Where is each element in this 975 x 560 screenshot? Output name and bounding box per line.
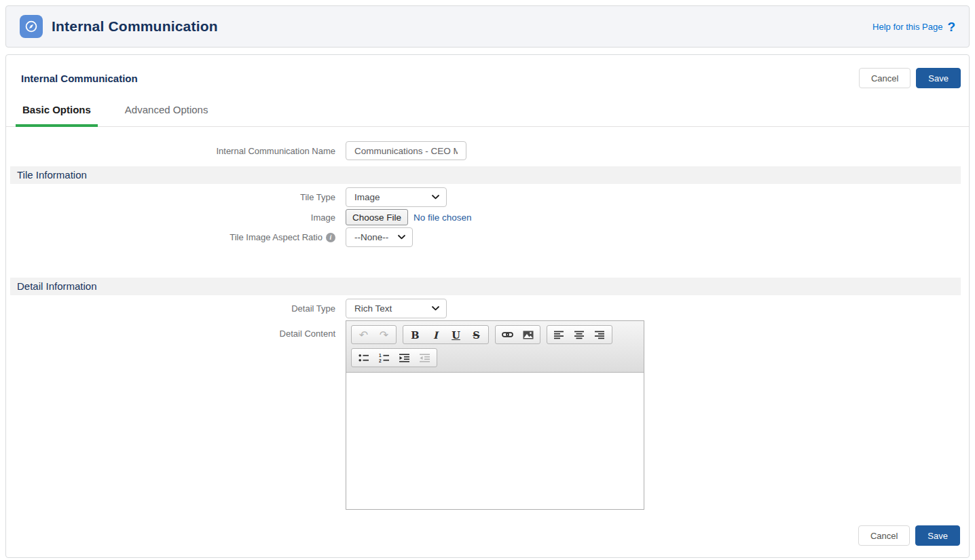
undo-redo-group: ↶ ↷	[351, 325, 397, 344]
page-header: Internal Communication Help for this Pag…	[5, 5, 970, 48]
help-question-icon[interactable]: ?	[947, 20, 955, 33]
tile-image-aspect-ratio-select[interactable]: --None--	[346, 227, 413, 247]
align-center-button[interactable]	[570, 327, 589, 342]
detail-type-label: Detail Type	[6, 303, 346, 314]
section-detail-information: Detail Information	[10, 278, 961, 295]
numbered-list-icon: 1 2	[379, 354, 390, 362]
cancel-button-bottom[interactable]: Cancel	[858, 525, 910, 546]
rich-text-content-area[interactable]	[346, 373, 644, 509]
panel-title: Internal Communication	[21, 73, 138, 84]
text-style-group: B I U S	[403, 325, 489, 344]
save-button-top[interactable]: Save	[916, 68, 961, 88]
section-tile-information: Tile Information	[10, 166, 961, 184]
insert-group	[495, 325, 540, 344]
align-center-icon	[574, 331, 585, 339]
main-panel: Internal Communication Cancel Save Basic…	[5, 54, 970, 558]
bulleted-list-button[interactable]	[354, 350, 373, 365]
image-row: Image Choose File No file chosen	[6, 209, 969, 225]
internal-communication-app-icon	[20, 15, 43, 38]
save-button-bottom[interactable]: Save	[915, 525, 960, 546]
link-icon	[502, 331, 513, 339]
tab-bar: Basic Options Advanced Options	[6, 104, 969, 127]
chevron-down-icon	[432, 195, 439, 200]
chevron-down-icon	[432, 306, 439, 311]
bottom-action-buttons: Cancel Save	[858, 525, 960, 546]
tile-type-label: Tile Type	[6, 192, 346, 202]
detail-type-select[interactable]: Rich Text	[346, 299, 447, 318]
strikethrough-button[interactable]: S	[467, 327, 485, 342]
rich-text-toolbar: ↶ ↷ B I U S	[346, 321, 644, 373]
italic-button[interactable]: I	[426, 327, 445, 342]
align-right-icon	[595, 331, 605, 339]
tab-advanced-options[interactable]: Advanced Options	[118, 104, 215, 126]
redo-icon[interactable]: ↷	[375, 327, 393, 342]
image-label: Image	[6, 212, 346, 223]
tile-image-aspect-ratio-row: Tile Image Aspect Ratio i --None--	[6, 227, 969, 247]
help-for-this-page: Help for this Page ?	[872, 20, 955, 33]
page-title: Internal Communication	[52, 18, 218, 35]
align-left-icon	[554, 331, 564, 339]
internal-communication-name-label: Internal Communication Name	[6, 146, 346, 156]
aspect-ratio-selected-value: --None--	[354, 232, 388, 242]
info-icon[interactable]: i	[326, 233, 335, 242]
chevron-down-icon	[398, 235, 405, 240]
bold-button[interactable]: B	[406, 327, 424, 342]
top-action-buttons: Cancel Save	[859, 68, 961, 88]
panel-header: Internal Communication Cancel Save	[6, 55, 969, 88]
increase-indent-button[interactable]	[395, 350, 413, 365]
file-status-text: No file chosen	[413, 212, 472, 223]
bulleted-list-icon	[358, 354, 369, 362]
internal-communication-name-row: Internal Communication Name	[6, 141, 969, 160]
tile-image-aspect-ratio-label-text: Tile Image Aspect Ratio	[229, 232, 323, 242]
cancel-button-top[interactable]: Cancel	[859, 68, 910, 88]
increase-indent-icon	[399, 354, 410, 362]
align-right-button[interactable]	[591, 327, 609, 342]
detail-content-label: Detail Content	[6, 320, 346, 339]
help-link[interactable]: Help for this Page	[872, 22, 942, 32]
svg-text:1: 1	[379, 354, 382, 358]
detail-content-row: Detail Content ↶ ↷ B I U S	[6, 320, 969, 510]
numbered-list-button[interactable]: 1 2	[375, 350, 393, 365]
list-indent-group: 1 2	[351, 348, 437, 367]
tile-type-select[interactable]: Image	[346, 187, 447, 207]
image-icon	[523, 331, 534, 339]
tile-type-row: Tile Type Image	[6, 187, 969, 207]
undo-icon[interactable]: ↶	[354, 327, 373, 342]
align-group	[547, 325, 612, 344]
link-button[interactable]	[498, 327, 517, 342]
underline-button[interactable]: U	[447, 327, 465, 342]
detail-type-row: Detail Type Rich Text	[6, 299, 969, 318]
align-left-button[interactable]	[550, 327, 568, 342]
compass-icon	[24, 20, 38, 33]
decrease-indent-icon	[420, 354, 430, 362]
tile-image-aspect-ratio-label: Tile Image Aspect Ratio i	[6, 232, 346, 242]
detail-type-selected-value: Rich Text	[354, 303, 392, 314]
rich-text-editor: ↶ ↷ B I U S	[346, 320, 644, 510]
decrease-indent-button[interactable]	[416, 350, 434, 365]
tile-type-selected-value: Image	[354, 192, 380, 202]
internal-communication-name-input[interactable]	[346, 141, 466, 160]
choose-file-button[interactable]: Choose File	[346, 209, 408, 225]
svg-text:2: 2	[379, 358, 382, 362]
insert-image-button[interactable]	[519, 327, 537, 342]
tab-basic-options[interactable]: Basic Options	[16, 104, 98, 127]
